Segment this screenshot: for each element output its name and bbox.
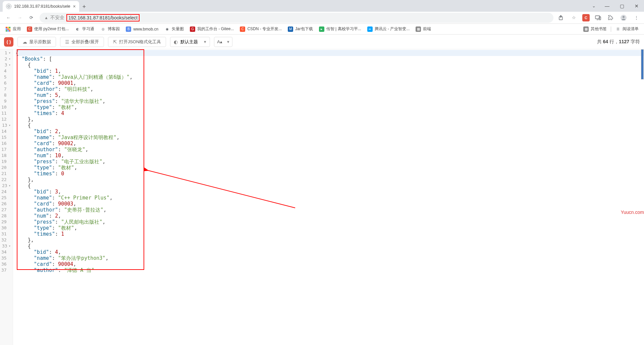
bookmark-item[interactable]: ∞腾讯云 - 产业智变...	[365, 25, 412, 33]
chevron-down-icon: ▾	[227, 39, 229, 44]
url-text: 192.168.31.87:8181/books/select	[66, 14, 140, 21]
omnibox[interactable]: ▲ 不安全 192.168.31.87:8181/books/select	[40, 13, 553, 23]
code-area[interactable]: { "Books": [ { "bid": 1, "name": "Java从入…	[13, 49, 644, 345]
warning-icon: ▲	[44, 15, 48, 20]
bookmark-favicon: ∞	[367, 26, 373, 32]
bookmark-item[interactable]: ◉矢量图	[162, 25, 186, 33]
fold-icon: ☰	[65, 39, 69, 45]
bookmark-favicon: ▸	[319, 26, 324, 32]
forward-button: →	[15, 13, 25, 23]
menu-icon[interactable]: ⋮	[632, 13, 641, 22]
bookmark-item[interactable]: G我的工作台 - Gitee...	[188, 25, 236, 33]
bookmark-item[interactable]: CCSDN - 专业开发...	[238, 25, 284, 33]
maximize-button[interactable]: ▢	[614, 0, 629, 12]
reading-list[interactable]: ☰ 阅读清单	[613, 25, 641, 33]
bookmark-favicon: M	[288, 26, 293, 32]
theme-select[interactable]: ◐ 默认主题 ▾	[170, 37, 210, 47]
fold-all-button[interactable]: ☰ 全部折叠/展开	[60, 37, 104, 47]
apps-button[interactable]: 应用	[3, 25, 23, 33]
reload-button[interactable]: ⟳	[26, 13, 36, 23]
insecure-label: 不安全	[50, 15, 64, 21]
extensions-icon[interactable]	[606, 13, 615, 22]
bookmark-item[interactable]: Bwww.bmob.cn	[124, 25, 160, 33]
folder-icon: ▦	[583, 26, 589, 32]
bookmark-favicon: ◐	[75, 26, 80, 32]
new-tab-button[interactable]: +	[79, 2, 89, 12]
bookmarks-bar: 应用 C使用 py2exe 打包...◐学习通◎博客园Bwww.bmob.cn◉…	[0, 24, 644, 35]
palette-icon: ◐	[174, 39, 178, 45]
font-size-button[interactable]: A▴ ▾	[214, 37, 232, 47]
bookmark-item[interactable]: MJar包下载	[286, 25, 315, 33]
scrollbar-thumb[interactable]	[641, 49, 644, 79]
bookmark-item[interactable]: C使用 py2exe 打包...	[25, 25, 71, 33]
svg-rect-7	[7, 27, 9, 28]
extension-icon[interactable]: C	[582, 14, 590, 21]
stats-text: 共 64 行，1127 字符	[597, 39, 640, 45]
send-to-device-icon[interactable]	[594, 13, 602, 22]
open-icon: ⇱	[113, 39, 117, 45]
bookmark-icon[interactable]: ☆	[570, 13, 578, 22]
tab-title: 192.168.31.87:8181/books/sele	[14, 4, 70, 9]
bookmark-favicon: C	[27, 26, 32, 32]
bookmark-favicon: ◉	[164, 26, 170, 32]
close-icon[interactable]: ×	[73, 4, 75, 9]
tab-dropdown-icon[interactable]: ⌄	[588, 3, 600, 8]
bookmark-item[interactable]: ◐学习通	[73, 25, 96, 33]
svg-rect-11	[9, 28, 10, 30]
svg-rect-14	[9, 30, 10, 32]
window-controls: ⌄ — ▢ ✕	[588, 0, 644, 12]
other-bookmarks[interactable]: ▦ 其他书签	[581, 25, 609, 33]
json-toolbar: { } ☁ 显示原数据 ☰ 全部折叠/展开 ⇱ 打开JSON格式化工具 ◐ 默认…	[0, 35, 644, 49]
minimize-button[interactable]: —	[600, 0, 614, 12]
address-bar: ← → ⟳ ▲ 不安全 192.168.31.87:8181/books/sel…	[0, 12, 644, 24]
tab-bar: 192.168.31.87:8181/books/sele × + ⌄ — ▢ …	[0, 0, 644, 12]
bookmark-item[interactable]: ▦前端	[414, 25, 433, 33]
bookmark-favicon: ◎	[100, 26, 106, 32]
browser-tab[interactable]: 192.168.31.87:8181/books/sele ×	[3, 1, 79, 12]
json-viewer: 1▾2▾3▾45678910111213▾1415161718192021222…	[0, 49, 644, 345]
json-logo: { }	[4, 37, 13, 47]
back-button[interactable]: ←	[3, 13, 13, 23]
bookmark-item[interactable]: ▸传智 | 高校学习平...	[317, 25, 363, 33]
reading-list-icon: ☰	[615, 26, 621, 32]
svg-rect-8	[9, 27, 10, 28]
svg-rect-6	[6, 27, 7, 28]
close-window-button[interactable]: ✕	[629, 0, 644, 12]
bookmark-favicon: ▦	[416, 26, 421, 32]
bookmark-favicon: G	[190, 26, 195, 32]
share-icon[interactable]	[557, 13, 566, 22]
show-raw-button[interactable]: ☁ 显示原数据	[17, 37, 56, 47]
line-gutter: 1▾2▾3▾45678910111213▾1415161718192021222…	[0, 49, 13, 345]
svg-rect-9	[6, 28, 7, 30]
cloud-icon: ☁	[22, 39, 27, 45]
svg-rect-13	[7, 30, 9, 32]
svg-rect-10	[7, 28, 9, 30]
svg-point-5	[623, 16, 625, 18]
profile-icon[interactable]	[619, 13, 628, 22]
bookmark-favicon: C	[240, 26, 245, 32]
bookmark-item[interactable]: ◎博客园	[98, 25, 122, 33]
apps-icon	[5, 26, 11, 32]
open-tool-button[interactable]: ⇱ 打开JSON格式化工具	[108, 37, 166, 47]
bookmark-favicon: B	[126, 26, 131, 32]
chevron-down-icon: ▾	[204, 39, 206, 44]
globe-icon	[6, 4, 11, 9]
svg-rect-12	[6, 30, 7, 32]
